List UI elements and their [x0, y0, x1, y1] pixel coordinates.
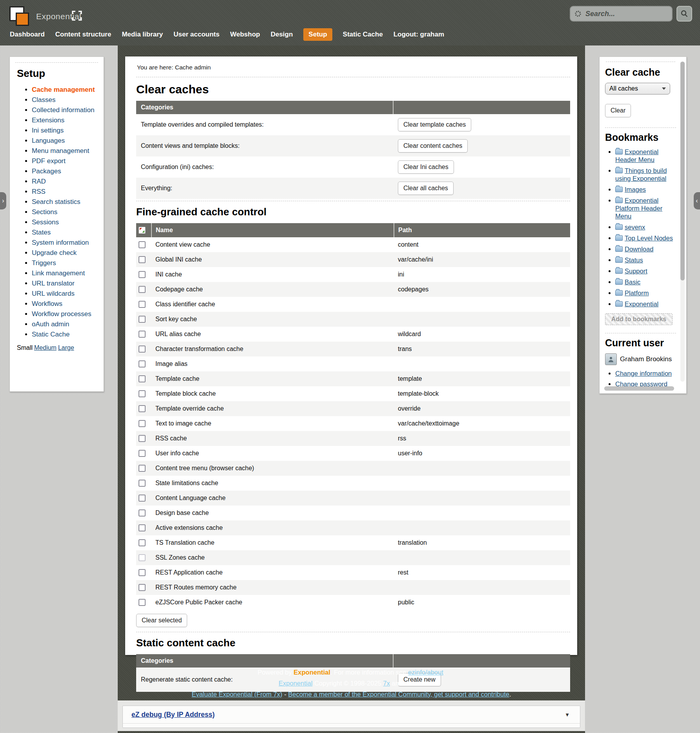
bookmark-link[interactable]: Download: [625, 246, 653, 253]
row-checkbox[interactable]: [139, 390, 146, 397]
nav-item[interactable]: Static Cache: [343, 28, 383, 41]
horizontal-scrollbar[interactable]: [604, 386, 674, 391]
name-column-header: Name: [151, 223, 394, 237]
row-checkbox[interactable]: [139, 241, 146, 248]
sidebar-item-link[interactable]: Workflow processes: [32, 310, 91, 318]
row-checkbox[interactable]: [139, 465, 146, 472]
row-checkbox[interactable]: [139, 599, 146, 606]
bookmark-link[interactable]: Exponential: [625, 300, 658, 307]
sidebar-item-link[interactable]: Collected information: [32, 106, 95, 114]
sidebar-item-link[interactable]: PDF export: [32, 157, 66, 165]
scrollbar-thumb[interactable]: [680, 62, 685, 280]
row-checkbox[interactable]: [139, 316, 146, 323]
row-checkbox[interactable]: [139, 271, 146, 278]
row-checkbox[interactable]: [139, 480, 146, 487]
nav-item[interactable]: Dashboard: [10, 28, 45, 41]
add-to-bookmarks-button[interactable]: Add to bookmarks: [605, 313, 673, 325]
fullscreen-icon[interactable]: [71, 10, 82, 21]
clear-cache-button[interactable]: Clear Ini caches: [398, 160, 454, 174]
clear-cache-button[interactable]: Clear template caches: [398, 118, 471, 131]
size-link[interactable]: Medium: [34, 344, 57, 351]
clear-button[interactable]: Clear: [605, 104, 631, 117]
bookmark-link[interactable]: sevenx: [625, 224, 645, 231]
row-checkbox[interactable]: [139, 346, 146, 353]
community-link[interactable]: Become a member of the Exponential Commu…: [288, 691, 509, 698]
row-checkbox[interactable]: [139, 569, 146, 576]
sidebar-item-link[interactable]: States: [32, 229, 51, 236]
row-checkbox[interactable]: [139, 539, 146, 546]
bookmark-link[interactable]: Basic: [625, 278, 640, 286]
sidebar-item-link[interactable]: Sessions: [32, 218, 59, 226]
clear-cache-button[interactable]: Clear all caches: [398, 182, 454, 195]
cache-target-select[interactable]: All caches: [605, 83, 670, 95]
sidebar-item-link[interactable]: URL wildcards: [32, 290, 75, 297]
sidebar-item-link[interactable]: Ini settings: [32, 127, 64, 134]
right-collapse-tab[interactable]: ‹: [694, 192, 700, 209]
nav-item[interactable]: Setup: [303, 28, 332, 41]
row-checkbox[interactable]: [139, 420, 146, 427]
sidebar-item-link[interactable]: RAD: [32, 178, 46, 185]
sidebar-item-link[interactable]: Extensions: [32, 116, 64, 124]
nav-item[interactable]: Media library: [122, 28, 163, 41]
sidebar-item-link[interactable]: Static Cache: [32, 331, 69, 338]
nav-item[interactable]: Logout: graham: [394, 28, 444, 41]
sidebar-item-link[interactable]: Classes: [32, 96, 55, 104]
sidebar-item-link[interactable]: Languages: [32, 137, 65, 144]
bookmark-link[interactable]: Top Level Nodes: [625, 235, 673, 242]
sidebar-item-link[interactable]: Sections: [32, 208, 57, 216]
bookmark-link[interactable]: Status: [625, 256, 643, 264]
debug-toggle-icon[interactable]: ▼: [565, 712, 570, 718]
row-checkbox[interactable]: [139, 435, 146, 442]
sidebar-item-link[interactable]: Workflows: [32, 300, 62, 307]
vertical-scrollbar[interactable]: [680, 62, 685, 382]
sevenx-link[interactable]: 7x: [383, 680, 390, 687]
invert-selection-icon[interactable]: [139, 227, 146, 234]
exponential-link[interactable]: Exponential: [279, 680, 312, 687]
row-checkbox[interactable]: [139, 524, 146, 531]
app-logo[interactable]: [9, 6, 30, 27]
sidebar-item-link[interactable]: Cache management: [32, 86, 95, 93]
row-checkbox[interactable]: [139, 405, 146, 412]
nav-item[interactable]: User accounts: [173, 28, 219, 41]
sidebar-item-link[interactable]: Search statistics: [32, 198, 80, 206]
row-checkbox[interactable]: [139, 584, 146, 591]
sidebar-item-link[interactable]: Packages: [32, 167, 61, 175]
row-checkbox[interactable]: [139, 331, 146, 338]
cache-path: [394, 356, 570, 371]
sidebar-item-link[interactable]: System information: [32, 239, 89, 246]
row-checkbox[interactable]: [139, 286, 146, 293]
search-input[interactable]: [585, 9, 668, 18]
row-checkbox[interactable]: [139, 554, 146, 561]
row-checkbox[interactable]: [139, 256, 146, 263]
sidebar-item-link[interactable]: Triggers: [32, 259, 56, 267]
size-link[interactable]: Large: [58, 344, 74, 351]
sidebar-item-link[interactable]: Menu management: [32, 147, 89, 155]
clear-selected-button[interactable]: Clear selected: [136, 614, 187, 627]
sidebar-item-link[interactable]: oAuth admin: [32, 320, 69, 328]
bookmark-link[interactable]: Images: [625, 186, 646, 193]
row-checkbox[interactable]: [139, 495, 146, 502]
nav-item[interactable]: Content structure: [55, 28, 111, 41]
evaluate-link[interactable]: Evaluate Exponential (From 7x): [191, 691, 282, 698]
search-button[interactable]: [676, 6, 692, 22]
row-checkbox[interactable]: [139, 375, 146, 382]
row-checkbox[interactable]: [139, 509, 146, 517]
debug-title-link[interactable]: eZ debug (By IP Address): [131, 711, 215, 719]
user-link[interactable]: Change information: [615, 370, 672, 377]
bookmark-link[interactable]: Things to build using Exponential: [615, 167, 667, 182]
sidebar-item-link[interactable]: RSS: [32, 188, 46, 195]
row-checkbox[interactable]: [139, 301, 146, 308]
left-collapse-tab[interactable]: ›: [0, 192, 6, 209]
nav-item[interactable]: Design: [271, 28, 293, 41]
bookmark-link[interactable]: Support: [625, 267, 647, 275]
bookmark-link[interactable]: Platform: [625, 289, 649, 296]
sidebar-item-link[interactable]: Upgrade check: [32, 249, 77, 256]
clear-cache-button[interactable]: Clear content caches: [398, 139, 468, 153]
sidebar-item-link[interactable]: URL translator: [32, 280, 75, 287]
sidebar-item-link[interactable]: Link management: [32, 269, 85, 277]
nav-item[interactable]: Webshop: [230, 28, 260, 41]
ezinfo-link[interactable]: ezinfo/about: [408, 669, 443, 676]
row-checkbox[interactable]: [139, 450, 146, 457]
row-checkbox[interactable]: [139, 360, 146, 367]
folder-icon: [615, 198, 623, 203]
